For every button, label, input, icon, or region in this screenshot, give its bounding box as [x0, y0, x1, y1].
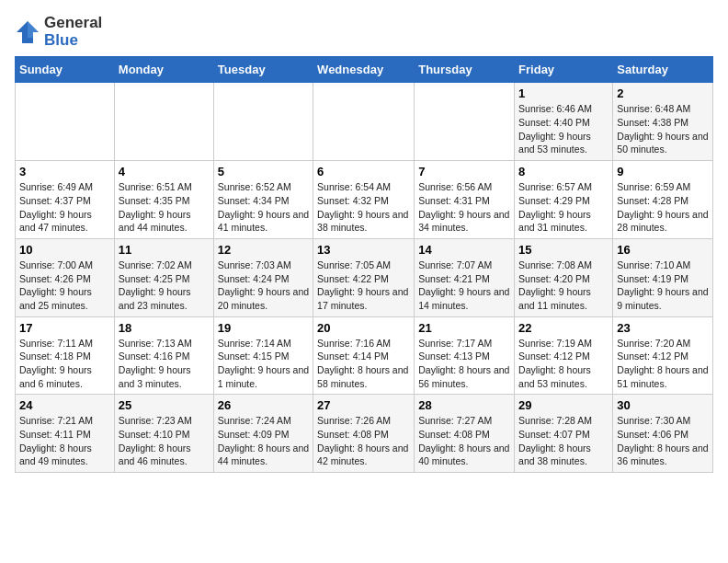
header-day-monday: Monday	[114, 57, 213, 83]
calendar-cell: 9Sunrise: 6:59 AM Sunset: 4:28 PM Daylig…	[613, 161, 713, 239]
logo-icon	[15, 19, 40, 45]
calendar-cell: 19Sunrise: 7:14 AM Sunset: 4:15 PM Dayli…	[213, 316, 313, 395]
day-info: Sunrise: 7:02 AM Sunset: 4:25 PM Dayligh…	[119, 259, 210, 313]
day-number: 3	[19, 165, 110, 178]
calendar-cell	[114, 83, 213, 161]
calendar-cell	[313, 83, 415, 161]
calendar-cell: 21Sunrise: 7:17 AM Sunset: 4:13 PM Dayli…	[415, 316, 515, 395]
day-info: Sunrise: 7:05 AM Sunset: 4:22 PM Dayligh…	[317, 259, 410, 313]
day-number: 30	[617, 398, 709, 412]
day-number: 12	[218, 243, 309, 257]
day-number: 28	[418, 398, 510, 412]
calendar-week-row: 17Sunrise: 7:11 AM Sunset: 4:18 PM Dayli…	[16, 316, 713, 395]
day-info: Sunrise: 6:57 AM Sunset: 4:29 PM Dayligh…	[518, 180, 609, 235]
calendar-cell	[415, 83, 515, 161]
header: General Blue	[15, 15, 713, 49]
day-info: Sunrise: 7:30 AM Sunset: 4:06 PM Dayligh…	[617, 414, 709, 468]
header-day-tuesday: Tuesday	[213, 57, 313, 83]
day-number: 9	[617, 165, 709, 178]
calendar-cell: 1Sunrise: 6:46 AM Sunset: 4:40 PM Daylig…	[515, 83, 613, 161]
svg-marker-1	[28, 21, 39, 38]
calendar-cell: 14Sunrise: 7:07 AM Sunset: 4:21 PM Dayli…	[415, 238, 515, 316]
day-number: 25	[119, 398, 210, 412]
day-info: Sunrise: 7:28 AM Sunset: 4:07 PM Dayligh…	[518, 414, 609, 468]
calendar-week-row: 24Sunrise: 7:21 AM Sunset: 4:11 PM Dayli…	[16, 395, 713, 473]
calendar-cell: 4Sunrise: 6:51 AM Sunset: 4:35 PM Daylig…	[114, 161, 213, 239]
calendar-cell: 23Sunrise: 7:20 AM Sunset: 4:12 PM Dayli…	[613, 316, 713, 395]
calendar-cell: 25Sunrise: 7:23 AM Sunset: 4:10 PM Dayli…	[114, 395, 213, 473]
calendar-cell: 26Sunrise: 7:24 AM Sunset: 4:09 PM Dayli…	[213, 395, 313, 473]
day-info: Sunrise: 7:00 AM Sunset: 4:26 PM Dayligh…	[19, 259, 110, 313]
calendar-cell: 22Sunrise: 7:19 AM Sunset: 4:12 PM Dayli…	[515, 316, 613, 395]
day-number: 17	[19, 321, 110, 335]
day-number: 19	[218, 321, 309, 335]
logo-general: General	[44, 14, 102, 31]
header-day-wednesday: Wednesday	[313, 57, 415, 83]
day-info: Sunrise: 7:26 AM Sunset: 4:08 PM Dayligh…	[317, 414, 410, 468]
calendar-cell: 28Sunrise: 7:27 AM Sunset: 4:08 PM Dayli…	[415, 395, 515, 473]
day-info: Sunrise: 7:24 AM Sunset: 4:09 PM Dayligh…	[218, 414, 309, 468]
day-number: 4	[119, 165, 210, 178]
day-number: 15	[518, 243, 609, 257]
calendar-cell	[213, 83, 313, 161]
day-info: Sunrise: 6:48 AM Sunset: 4:38 PM Dayligh…	[617, 102, 709, 156]
calendar-cell: 11Sunrise: 7:02 AM Sunset: 4:25 PM Dayli…	[114, 238, 213, 316]
day-info: Sunrise: 7:10 AM Sunset: 4:19 PM Dayligh…	[617, 259, 709, 313]
header-day-sunday: Sunday	[16, 57, 115, 83]
day-info: Sunrise: 7:23 AM Sunset: 4:10 PM Dayligh…	[119, 414, 210, 468]
day-number: 13	[317, 243, 410, 257]
logo: General Blue	[15, 15, 102, 49]
calendar-cell: 5Sunrise: 6:52 AM Sunset: 4:34 PM Daylig…	[213, 161, 313, 239]
calendar-cell: 12Sunrise: 7:03 AM Sunset: 4:24 PM Dayli…	[213, 238, 313, 316]
day-info: Sunrise: 6:51 AM Sunset: 4:35 PM Dayligh…	[119, 180, 210, 235]
day-number: 18	[119, 321, 210, 335]
calendar-cell: 20Sunrise: 7:16 AM Sunset: 4:14 PM Dayli…	[313, 316, 415, 395]
day-info: Sunrise: 7:20 AM Sunset: 4:12 PM Dayligh…	[617, 337, 709, 391]
day-info: Sunrise: 7:08 AM Sunset: 4:20 PM Dayligh…	[518, 259, 609, 313]
calendar-cell: 6Sunrise: 6:54 AM Sunset: 4:32 PM Daylig…	[313, 161, 415, 239]
calendar-week-row: 1Sunrise: 6:46 AM Sunset: 4:40 PM Daylig…	[16, 83, 713, 161]
calendar-cell: 3Sunrise: 6:49 AM Sunset: 4:37 PM Daylig…	[16, 161, 115, 239]
calendar-cell	[16, 83, 115, 161]
header-day-friday: Friday	[515, 57, 613, 83]
day-number: 23	[617, 321, 709, 335]
day-info: Sunrise: 6:49 AM Sunset: 4:37 PM Dayligh…	[19, 180, 110, 235]
day-number: 8	[518, 165, 609, 178]
day-number: 27	[317, 398, 410, 412]
calendar-cell: 2Sunrise: 6:48 AM Sunset: 4:38 PM Daylig…	[613, 83, 713, 161]
calendar-week-row: 3Sunrise: 6:49 AM Sunset: 4:37 PM Daylig…	[16, 161, 713, 239]
calendar-cell: 16Sunrise: 7:10 AM Sunset: 4:19 PM Dayli…	[613, 238, 713, 316]
day-info: Sunrise: 7:17 AM Sunset: 4:13 PM Dayligh…	[418, 337, 510, 391]
day-info: Sunrise: 7:16 AM Sunset: 4:14 PM Dayligh…	[317, 337, 410, 391]
day-info: Sunrise: 6:56 AM Sunset: 4:31 PM Dayligh…	[418, 180, 510, 235]
calendar-cell: 13Sunrise: 7:05 AM Sunset: 4:22 PM Dayli…	[313, 238, 415, 316]
day-number: 14	[418, 243, 510, 257]
day-info: Sunrise: 7:11 AM Sunset: 4:18 PM Dayligh…	[19, 337, 110, 391]
day-number: 16	[617, 243, 709, 257]
calendar-cell: 27Sunrise: 7:26 AM Sunset: 4:08 PM Dayli…	[313, 395, 415, 473]
day-number: 11	[119, 243, 210, 257]
day-info: Sunrise: 6:59 AM Sunset: 4:28 PM Dayligh…	[617, 180, 709, 235]
calendar-cell: 18Sunrise: 7:13 AM Sunset: 4:16 PM Dayli…	[114, 316, 213, 395]
day-number: 7	[418, 165, 510, 178]
logo-text: General Blue	[44, 15, 102, 49]
calendar-cell: 17Sunrise: 7:11 AM Sunset: 4:18 PM Dayli…	[16, 316, 115, 395]
calendar-header-row: SundayMondayTuesdayWednesdayThursdayFrid…	[16, 57, 713, 83]
day-number: 1	[518, 86, 609, 100]
day-number: 2	[617, 86, 709, 100]
day-info: Sunrise: 7:13 AM Sunset: 4:16 PM Dayligh…	[119, 337, 210, 391]
day-info: Sunrise: 7:27 AM Sunset: 4:08 PM Dayligh…	[418, 414, 510, 468]
calendar-cell: 29Sunrise: 7:28 AM Sunset: 4:07 PM Dayli…	[515, 395, 613, 473]
calendar-cell: 24Sunrise: 7:21 AM Sunset: 4:11 PM Dayli…	[16, 395, 115, 473]
calendar-table: SundayMondayTuesdayWednesdayThursdayFrid…	[15, 56, 713, 473]
day-info: Sunrise: 7:07 AM Sunset: 4:21 PM Dayligh…	[418, 259, 510, 313]
calendar-cell: 7Sunrise: 6:56 AM Sunset: 4:31 PM Daylig…	[415, 161, 515, 239]
calendar-cell: 10Sunrise: 7:00 AM Sunset: 4:26 PM Dayli…	[16, 238, 115, 316]
day-info: Sunrise: 7:21 AM Sunset: 4:11 PM Dayligh…	[19, 414, 110, 468]
calendar-cell: 8Sunrise: 6:57 AM Sunset: 4:29 PM Daylig…	[515, 161, 613, 239]
calendar-week-row: 10Sunrise: 7:00 AM Sunset: 4:26 PM Dayli…	[16, 238, 713, 316]
day-info: Sunrise: 6:52 AM Sunset: 4:34 PM Dayligh…	[218, 180, 309, 235]
day-number: 20	[317, 321, 410, 335]
day-info: Sunrise: 7:03 AM Sunset: 4:24 PM Dayligh…	[218, 259, 309, 313]
day-number: 5	[218, 165, 309, 178]
